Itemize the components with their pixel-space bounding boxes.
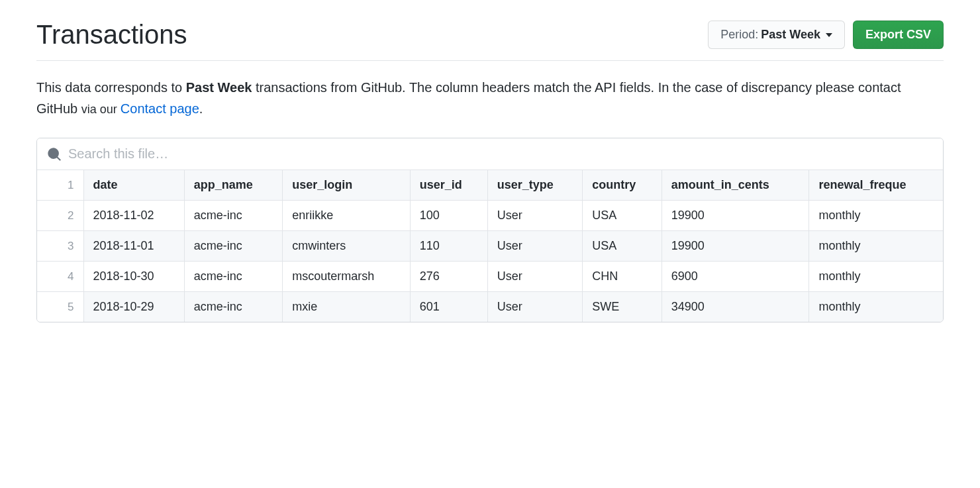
table-cell: 19900 <box>662 201 809 231</box>
table-cell: monthly <box>809 262 943 292</box>
table-cell: USA <box>583 201 662 231</box>
description-text: This data corresponds to Past Week trans… <box>36 77 944 119</box>
column-header: renewal_freque <box>809 170 943 201</box>
table-cell: USA <box>583 231 662 262</box>
table-cell: 601 <box>410 292 487 322</box>
period-value: Past Week <box>761 28 820 42</box>
table-cell: monthly <box>809 231 943 262</box>
table-row: 32018-11-01acme-inccmwinters110UserUSA19… <box>37 231 943 262</box>
table-cell: cmwinters <box>283 231 411 262</box>
table-cell: 6900 <box>662 262 809 292</box>
table-cell: User <box>487 292 582 322</box>
table-cell: mxie <box>283 292 411 322</box>
table-cell: 2018-11-02 <box>83 201 184 231</box>
column-header: user_id <box>410 170 487 201</box>
table-row: 22018-11-02acme-incenriikke100UserUSA199… <box>37 201 943 231</box>
table-row: 52018-10-29acme-incmxie601UserSWE34900mo… <box>37 292 943 322</box>
desc-period: Past Week <box>186 80 252 95</box>
desc-suffix: . <box>199 101 203 116</box>
column-header: date <box>83 170 184 201</box>
line-number: 2 <box>37 201 83 231</box>
desc-via: via our <box>81 103 121 116</box>
column-header: user_login <box>283 170 411 201</box>
table-cell: 100 <box>410 201 487 231</box>
desc-prefix: This data corresponds to <box>36 80 186 95</box>
search-icon <box>47 147 62 162</box>
transactions-table: 1dateapp_nameuser_loginuser_iduser_typec… <box>37 170 943 322</box>
column-header: app_name <box>184 170 282 201</box>
table-cell: User <box>487 262 582 292</box>
table-cell: 110 <box>410 231 487 262</box>
page-title: Transactions <box>36 20 187 50</box>
column-header: user_type <box>487 170 582 201</box>
table-cell: 34900 <box>662 292 809 322</box>
table-cell: monthly <box>809 292 943 322</box>
contact-page-link[interactable]: Contact page <box>121 101 199 116</box>
table-cell: acme-inc <box>184 231 282 262</box>
column-header: country <box>583 170 662 201</box>
period-label: Period: <box>720 28 758 42</box>
table-cell: CHN <box>583 262 662 292</box>
search-bar <box>37 138 943 170</box>
table-cell: 19900 <box>662 231 809 262</box>
page-header: Transactions Period: Past Week Export CS… <box>36 20 944 61</box>
chevron-down-icon <box>826 33 832 37</box>
line-number: 3 <box>37 231 83 262</box>
table-row: 42018-10-30acme-incmscoutermarsh276UserC… <box>37 262 943 292</box>
search-input[interactable] <box>68 146 933 162</box>
table-cell: User <box>487 231 582 262</box>
line-number: 1 <box>37 170 83 201</box>
table-cell: mscoutermarsh <box>283 262 411 292</box>
line-number: 4 <box>37 262 83 292</box>
table-cell: acme-inc <box>184 262 282 292</box>
table-cell: 2018-11-01 <box>83 231 184 262</box>
export-csv-button[interactable]: Export CSV <box>853 21 944 49</box>
table-cell: SWE <box>583 292 662 322</box>
line-number: 5 <box>37 292 83 322</box>
table-cell: 2018-10-30 <box>83 262 184 292</box>
table-cell: enriikke <box>283 201 411 231</box>
table-cell: 2018-10-29 <box>83 292 184 322</box>
period-dropdown[interactable]: Period: Past Week <box>708 21 845 49</box>
table-cell: 276 <box>410 262 487 292</box>
table-cell: User <box>487 201 582 231</box>
table-header-row: 1dateapp_nameuser_loginuser_iduser_typec… <box>37 170 943 201</box>
header-actions: Period: Past Week Export CSV <box>708 21 944 49</box>
file-box: 1dateapp_nameuser_loginuser_iduser_typec… <box>36 138 944 322</box>
table-cell: acme-inc <box>184 292 282 322</box>
table-cell: acme-inc <box>184 201 282 231</box>
table-cell: monthly <box>809 201 943 231</box>
column-header: amount_in_cents <box>662 170 809 201</box>
